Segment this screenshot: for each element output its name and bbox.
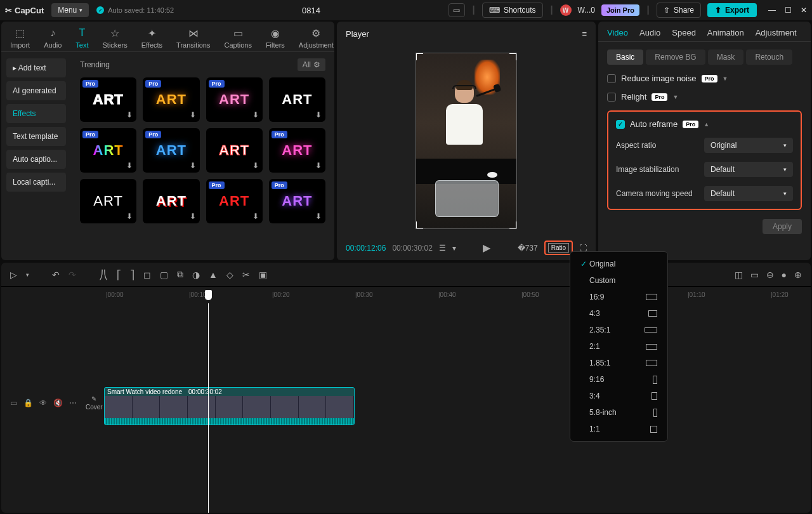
- subtab-retouch[interactable]: Retouch: [746, 49, 792, 65]
- download-icon[interactable]: ⬇: [252, 212, 259, 221]
- download-icon[interactable]: ⬇: [126, 110, 133, 119]
- bookmark-icon[interactable]: ▢: [160, 270, 168, 280]
- apply-button[interactable]: Apply: [763, 219, 802, 234]
- sidebar-item[interactable]: ▸ Add text: [6, 58, 66, 77]
- minimize-icon[interactable]: —: [768, 6, 776, 15]
- download-icon[interactable]: ⬇: [315, 161, 322, 170]
- text-style-card[interactable]: ART⬇: [80, 179, 136, 223]
- ratio-option[interactable]: 3:4: [570, 388, 667, 404]
- close-icon[interactable]: ✕: [801, 6, 807, 15]
- mirror-icon[interactable]: ▲: [209, 270, 218, 280]
- inspector-tab-adjustment[interactable]: Adjustment: [756, 28, 797, 37]
- chevron-up-icon[interactable]: ▲: [704, 121, 709, 128]
- text-style-card[interactable]: ProART⬇: [206, 77, 263, 122]
- pointer-dropdown-icon[interactable]: ▾: [26, 272, 29, 278]
- playhead[interactable]: [208, 303, 209, 513]
- video-clip[interactable]: Smart Watch video redone 00:00:30:02: [104, 387, 355, 425]
- zoom-in-icon[interactable]: ⊕: [794, 270, 802, 280]
- scale-icon[interactable]: �737: [518, 244, 538, 253]
- nav-tab-captions[interactable]: ▭Captions: [224, 27, 251, 49]
- text-style-card[interactable]: ProART⬇: [269, 128, 325, 173]
- track-layers-icon[interactable]: ▭: [10, 399, 17, 407]
- text-style-card[interactable]: ProART⬇: [80, 77, 136, 122]
- trim-left-icon[interactable]: ⎡: [117, 270, 121, 280]
- nav-tab-transitions[interactable]: ⋈Transitions: [176, 27, 210, 49]
- track-more-icon[interactable]: ⋯: [69, 399, 77, 407]
- ratio-option[interactable]: 5.8-inch: [570, 404, 667, 421]
- pointer-tool-icon[interactable]: ▷: [10, 270, 17, 280]
- split-icon[interactable]: ⎠⎝: [99, 270, 108, 280]
- cover-button[interactable]: ✎Cover: [86, 395, 103, 411]
- ratio-option[interactable]: 4:3: [570, 305, 667, 322]
- sidebar-item[interactable]: Auto captio...: [6, 150, 66, 169]
- download-icon[interactable]: ⬇: [126, 161, 133, 170]
- snap-icon[interactable]: ◫: [735, 270, 743, 280]
- inspector-tab-video[interactable]: Video: [607, 28, 628, 37]
- redo-icon[interactable]: ↷: [69, 270, 76, 280]
- subtab-basic[interactable]: Basic: [607, 49, 643, 65]
- nav-tab-effects[interactable]: ✦Effects: [141, 27, 162, 49]
- preview-icon[interactable]: ▭: [750, 270, 759, 280]
- nav-tab-adjustment[interactable]: ⚙Adjustment: [299, 27, 334, 49]
- crop-icon[interactable]: ◻: [143, 270, 151, 280]
- freeze-icon[interactable]: ▣: [259, 270, 267, 280]
- ratio-option[interactable]: Custom: [570, 272, 667, 289]
- ratio-option[interactable]: ✓Original: [570, 256, 667, 272]
- text-style-card[interactable]: ART⬇: [143, 179, 199, 223]
- nav-tab-import[interactable]: ⬚Import: [10, 27, 30, 49]
- download-icon[interactable]: ⬇: [315, 212, 322, 221]
- reverse-icon[interactable]: ◑: [192, 270, 200, 280]
- join-pro-button[interactable]: Join Pro: [601, 4, 639, 16]
- subtab-remove-bg[interactable]: Remove BG: [646, 49, 705, 65]
- nav-tab-stickers[interactable]: ☆Stickers: [103, 27, 128, 49]
- menu-button[interactable]: Menu ▾: [51, 3, 89, 17]
- sidebar-item[interactable]: Effects: [6, 104, 66, 123]
- player-menu-icon[interactable]: ≡: [582, 29, 587, 39]
- text-style-card[interactable]: ProART⬇: [269, 179, 325, 223]
- filter-all-button[interactable]: All ⚙: [298, 58, 325, 71]
- download-icon[interactable]: ⬇: [315, 110, 322, 119]
- download-icon[interactable]: ⬇: [190, 110, 196, 119]
- sidebar-item[interactable]: AI generated: [6, 81, 66, 100]
- ratio-option[interactable]: 1:1: [570, 421, 667, 437]
- undo-icon[interactable]: ↶: [52, 270, 60, 280]
- text-style-card[interactable]: ProART⬇: [143, 128, 199, 173]
- download-icon[interactable]: ⬇: [190, 212, 196, 221]
- ratio-button[interactable]: Ratio: [548, 243, 569, 253]
- user-avatar[interactable]: W: [560, 4, 572, 16]
- inspector-tab-speed[interactable]: Speed: [672, 28, 696, 37]
- download-icon[interactable]: ⬇: [126, 212, 133, 221]
- subtab-mask[interactable]: Mask: [708, 49, 744, 65]
- maximize-icon[interactable]: ☐: [785, 6, 792, 15]
- shortcuts-button[interactable]: ⌨ Shortcuts: [482, 3, 543, 18]
- track-mute-icon[interactable]: 🔇: [53, 399, 63, 407]
- ratio-option[interactable]: 16:9: [570, 289, 667, 305]
- text-style-card[interactable]: ProART⬇: [80, 128, 136, 173]
- track-eye-icon[interactable]: 👁: [39, 399, 47, 407]
- trim-right-icon[interactable]: ⎤: [130, 270, 134, 280]
- layout-icon[interactable]: ▭: [449, 3, 465, 17]
- stabilization-select[interactable]: Default▾: [704, 162, 793, 177]
- download-icon[interactable]: ⬇: [252, 110, 259, 119]
- copy-icon[interactable]: ⧉: [177, 269, 183, 280]
- sidebar-item[interactable]: Text template: [6, 127, 66, 146]
- text-style-card[interactable]: ProART⬇: [206, 179, 263, 223]
- volume-icon[interactable]: ▾: [452, 244, 456, 253]
- reduce-noise-checkbox[interactable]: [607, 74, 616, 83]
- inspector-tab-animation[interactable]: Animation: [707, 28, 744, 37]
- video-preview[interactable]: [416, 53, 517, 229]
- zoom-out-icon[interactable]: ⊖: [766, 270, 774, 280]
- rotate-icon[interactable]: ◇: [226, 270, 233, 280]
- text-style-card[interactable]: ProART⬇: [143, 77, 199, 122]
- crop2-icon[interactable]: ✂: [242, 270, 250, 280]
- text-style-card[interactable]: ART⬇: [206, 128, 263, 173]
- play-icon[interactable]: ▶: [483, 242, 490, 254]
- export-button[interactable]: ⬆ Export: [707, 3, 757, 17]
- auto-reframe-checkbox[interactable]: ✓: [616, 120, 625, 129]
- sidebar-item[interactable]: Local capti...: [6, 173, 66, 192]
- cam-speed-select[interactable]: Default▾: [704, 186, 793, 201]
- nav-tab-filters[interactable]: ◉Filters: [266, 27, 285, 49]
- share-button[interactable]: ⇧ Share: [657, 3, 701, 18]
- aspect-ratio-select[interactable]: Original▾: [704, 138, 793, 153]
- download-icon[interactable]: ⬇: [252, 161, 259, 170]
